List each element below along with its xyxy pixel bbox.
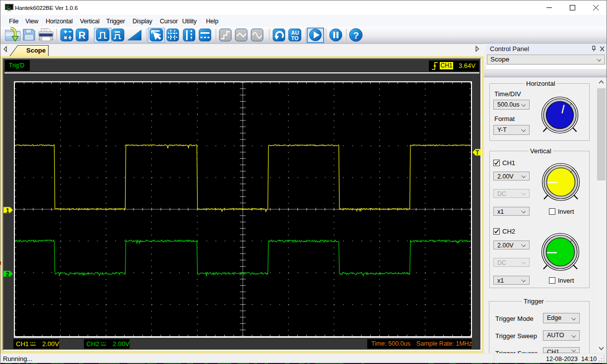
svg-text:2: 2 bbox=[6, 271, 9, 278]
svg-text:1: 1 bbox=[6, 207, 9, 214]
svg-text:AU: AU bbox=[291, 30, 299, 36]
svg-text:TO: TO bbox=[291, 35, 299, 41]
svg-text:?: ? bbox=[353, 30, 359, 41]
svg-text:Scope: Scope bbox=[26, 47, 46, 54]
svg-text:R: R bbox=[78, 30, 86, 41]
svg-text:T: T bbox=[475, 149, 479, 156]
